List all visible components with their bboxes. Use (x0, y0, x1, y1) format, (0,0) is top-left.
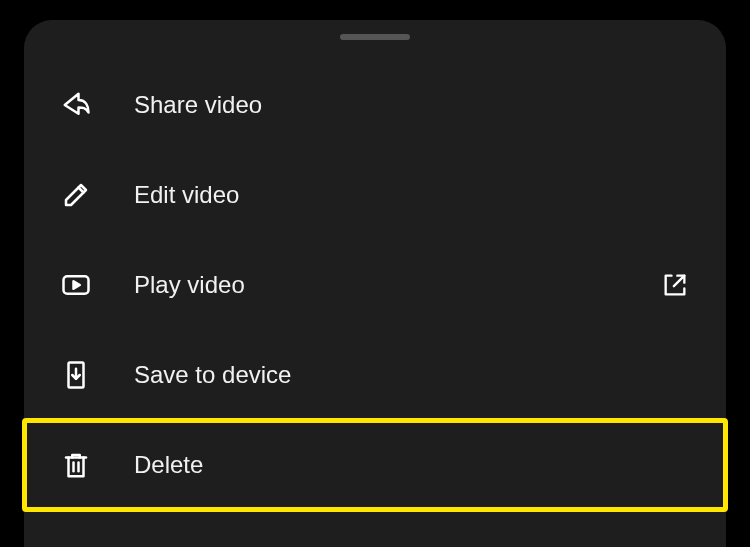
pencil-icon (60, 179, 92, 211)
menu-item-label: Edit video (134, 181, 690, 209)
play-video-item[interactable]: Play video (24, 240, 726, 330)
delete-item[interactable]: Delete (24, 420, 726, 510)
save-download-icon (60, 359, 92, 391)
play-icon (60, 269, 92, 301)
action-menu: Share video Edit video Play video (24, 60, 726, 510)
menu-item-label: Share video (134, 91, 690, 119)
trash-icon (60, 449, 92, 481)
share-video-item[interactable]: Share video (24, 60, 726, 150)
drag-handle[interactable] (340, 34, 410, 40)
save-to-device-item[interactable]: Save to device (24, 330, 726, 420)
menu-item-label: Save to device (134, 361, 690, 389)
share-icon (60, 89, 92, 121)
menu-item-label: Delete (134, 451, 690, 479)
menu-item-label: Play video (134, 271, 660, 299)
bottom-sheet: Share video Edit video Play video (24, 20, 726, 547)
open-external-icon (660, 270, 690, 300)
edit-video-item[interactable]: Edit video (24, 150, 726, 240)
